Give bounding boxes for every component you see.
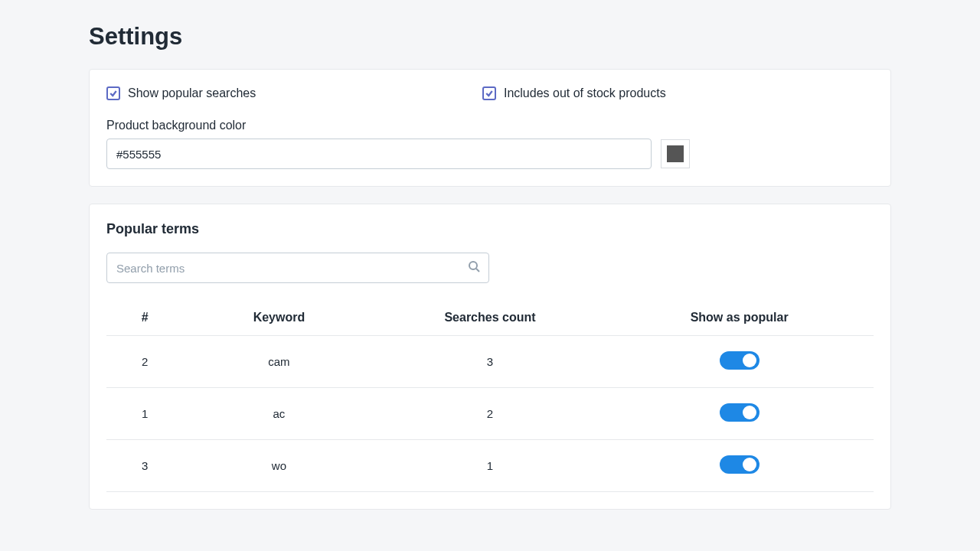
table-row: 3wo1	[106, 440, 874, 492]
color-swatch-inner	[667, 145, 684, 162]
show-popular-searches-checkbox[interactable]	[106, 86, 120, 100]
col-show: Show as popular	[605, 300, 874, 336]
table-row: 1ac2	[106, 388, 874, 440]
cell-show	[605, 388, 874, 440]
toggle-knob	[743, 354, 756, 367]
cell-show	[605, 336, 874, 388]
col-count: Searches count	[375, 300, 606, 336]
cell-index: 3	[106, 440, 183, 492]
cell-index: 2	[106, 336, 183, 388]
check-icon	[109, 89, 118, 98]
show-as-popular-toggle[interactable]	[720, 455, 760, 474]
popular-terms-card: Popular terms # Keyword Searches count S…	[89, 204, 891, 510]
col-keyword: Keyword	[183, 300, 375, 336]
product-bg-color-input[interactable]	[106, 139, 652, 169]
cell-keyword: cam	[183, 336, 375, 388]
table-row: 2cam3	[106, 336, 874, 388]
check-icon	[485, 89, 494, 98]
toggle-knob	[743, 406, 756, 419]
cell-show	[605, 440, 874, 492]
cell-keyword: ac	[183, 388, 375, 440]
cell-count: 1	[375, 440, 606, 492]
cell-count: 3	[375, 336, 606, 388]
cell-keyword: wo	[183, 440, 375, 492]
include-out-of-stock-checkbox[interactable]	[482, 86, 496, 100]
product-bg-color-swatch[interactable]	[661, 139, 690, 168]
settings-card: Show popular searches Includes out of st…	[89, 69, 891, 187]
popular-terms-table: # Keyword Searches count Show as popular…	[106, 300, 874, 492]
product-bg-color-label: Product background color	[106, 119, 874, 132]
search-terms-input[interactable]	[106, 253, 489, 283]
show-as-popular-toggle[interactable]	[720, 403, 760, 422]
show-popular-searches-label: Show popular searches	[128, 86, 256, 100]
page-title: Settings	[89, 23, 891, 51]
cell-index: 1	[106, 388, 183, 440]
cell-count: 2	[375, 388, 606, 440]
popular-terms-title: Popular terms	[106, 221, 874, 237]
toggle-knob	[743, 458, 756, 471]
show-as-popular-toggle[interactable]	[720, 351, 760, 370]
col-index: #	[106, 300, 183, 336]
include-out-of-stock-label: Includes out of stock products	[504, 86, 666, 100]
